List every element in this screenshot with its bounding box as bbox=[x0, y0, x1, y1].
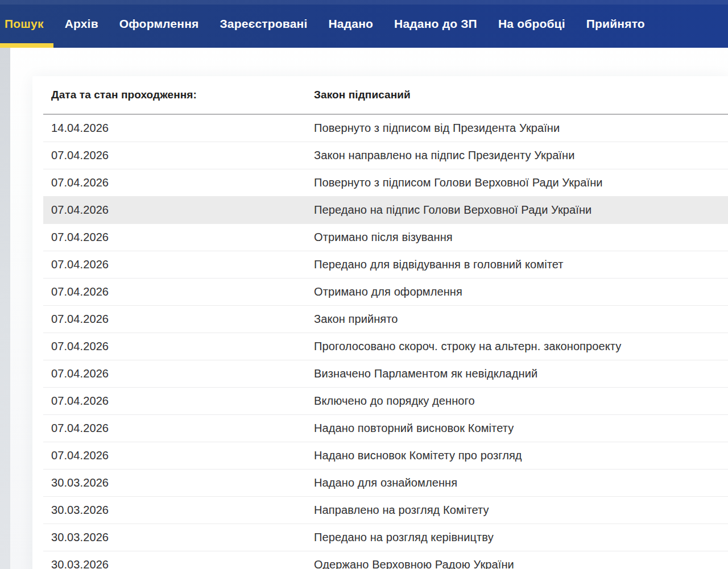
nav-tab-nadano[interactable]: Надано bbox=[328, 17, 373, 31]
row-status: Отримано після візування bbox=[306, 231, 728, 244]
nav-tabs: Пошук Архів Оформлення Зареєстровані Над… bbox=[0, 0, 728, 48]
table-row[interactable]: 07.04.2026 Отримано для оформлення bbox=[43, 279, 728, 306]
table-row[interactable]: 07.04.2026 Включено до порядку денного bbox=[43, 388, 728, 415]
table-row[interactable]: 30.03.2026 Надано для ознайомлення bbox=[43, 470, 728, 497]
table-row[interactable]: 07.04.2026 Отримано після візування bbox=[43, 224, 728, 251]
row-status: Отримано для оформлення bbox=[306, 285, 728, 298]
row-status: Направлено на розгляд Комітету bbox=[306, 504, 728, 517]
table-header-row: Дата та стан проходження: Закон підписан… bbox=[43, 76, 728, 114]
page-left-edge-strip bbox=[0, 48, 10, 569]
row-status: Передано на підпис Голови Верховної Ради… bbox=[306, 203, 728, 217]
table-row[interactable]: 14.04.2026 Повернуто з підписом від През… bbox=[43, 115, 728, 142]
row-status: Повернуто з підписом Голови Верховної Ра… bbox=[306, 176, 728, 189]
status-table-body: 14.04.2026 Повернуто з підписом від През… bbox=[43, 114, 728, 569]
row-date: 30.03.2026 bbox=[43, 504, 306, 517]
row-date: 07.04.2026 bbox=[43, 449, 306, 462]
row-date: 07.04.2026 bbox=[43, 285, 306, 298]
column-header-date: Дата та стан проходження: bbox=[43, 89, 306, 101]
row-date: 07.04.2026 bbox=[43, 340, 306, 353]
table-row-highlighted[interactable]: 07.04.2026 Передано на підпис Голови Вер… bbox=[43, 197, 728, 224]
nav-tab-poshuk[interactable]: Пошук bbox=[5, 17, 44, 31]
row-status: Одержано Верховною Радою України bbox=[306, 558, 728, 569]
table-row[interactable]: 30.03.2026 Одержано Верховною Радою Укра… bbox=[43, 551, 728, 569]
row-date: 30.03.2026 bbox=[43, 558, 306, 569]
table-row[interactable]: 07.04.2026 Надано повторний висновок Ком… bbox=[43, 415, 728, 442]
row-date: 07.04.2026 bbox=[43, 176, 306, 189]
table-row[interactable]: 07.04.2026 Проголосовано скороч. строку … bbox=[43, 333, 728, 360]
row-status: Повернуто з підписом від Президента Укра… bbox=[306, 122, 728, 135]
top-navigation: Пошук Архів Оформлення Зареєстровані Над… bbox=[0, 0, 728, 48]
row-status: Надано для ознайомлення bbox=[306, 476, 728, 489]
row-date: 14.04.2026 bbox=[43, 122, 306, 135]
active-tab-underline bbox=[0, 43, 53, 48]
row-status: Надано повторний висновок Комітету bbox=[306, 422, 728, 435]
nav-tab-zareiestrovani[interactable]: Зареєстровані bbox=[220, 17, 307, 31]
row-status: Визначено Парламентом як невідкладний bbox=[306, 367, 728, 380]
row-date: 07.04.2026 bbox=[43, 149, 306, 162]
row-status: Закон направлено на підпис Президенту Ук… bbox=[306, 149, 728, 162]
row-status: Надано висновок Комітету про розгляд bbox=[306, 449, 728, 462]
nav-tab-nadano-do-zp[interactable]: Надано до ЗП bbox=[394, 17, 477, 31]
row-date: 07.04.2026 bbox=[43, 231, 306, 244]
column-header-status: Закон підписаний bbox=[306, 89, 728, 101]
row-date: 07.04.2026 bbox=[43, 422, 306, 435]
table-row[interactable]: 07.04.2026 Надано висновок Комітету про … bbox=[43, 442, 728, 470]
table-row[interactable]: 30.03.2026 Направлено на розгляд Комітет… bbox=[43, 497, 728, 524]
row-date: 07.04.2026 bbox=[43, 367, 306, 380]
status-history-card: Дата та стан проходження: Закон підписан… bbox=[32, 76, 728, 569]
nav-tab-pryiniato[interactable]: Прийнято bbox=[586, 17, 645, 31]
row-date: 07.04.2026 bbox=[43, 313, 306, 326]
row-status: Передано для відвідування в головний ком… bbox=[306, 258, 728, 271]
table-row[interactable]: 07.04.2026 Закон направлено на підпис Пр… bbox=[43, 142, 728, 169]
row-date: 07.04.2026 bbox=[43, 394, 306, 408]
row-date: 30.03.2026 bbox=[43, 476, 306, 489]
row-status: Передано на розгляд керівництву bbox=[306, 531, 728, 544]
nav-tab-arkhiv[interactable]: Архів bbox=[65, 17, 98, 31]
row-date: 07.04.2026 bbox=[43, 203, 306, 217]
row-date: 30.03.2026 bbox=[43, 531, 306, 544]
nav-tab-na-obrobtsi[interactable]: На обробці bbox=[498, 17, 565, 31]
row-status: Закон прийнято bbox=[306, 313, 728, 326]
row-status: Включено до порядку денного bbox=[306, 394, 728, 408]
table-row[interactable]: 07.04.2026 Повернуто з підписом Голови В… bbox=[43, 169, 728, 197]
table-row[interactable]: 07.04.2026 Закон прийнято bbox=[43, 306, 728, 333]
row-date: 07.04.2026 bbox=[43, 258, 306, 271]
table-row[interactable]: 30.03.2026 Передано на розгляд керівницт… bbox=[43, 524, 728, 551]
table-row[interactable]: 07.04.2026 Передано для відвідування в г… bbox=[43, 251, 728, 279]
nav-tab-oformlennia[interactable]: Оформлення bbox=[119, 17, 199, 31]
row-status: Проголосовано скороч. строку на альтерн.… bbox=[306, 340, 728, 353]
table-row[interactable]: 07.04.2026 Визначено Парламентом як неві… bbox=[43, 360, 728, 388]
